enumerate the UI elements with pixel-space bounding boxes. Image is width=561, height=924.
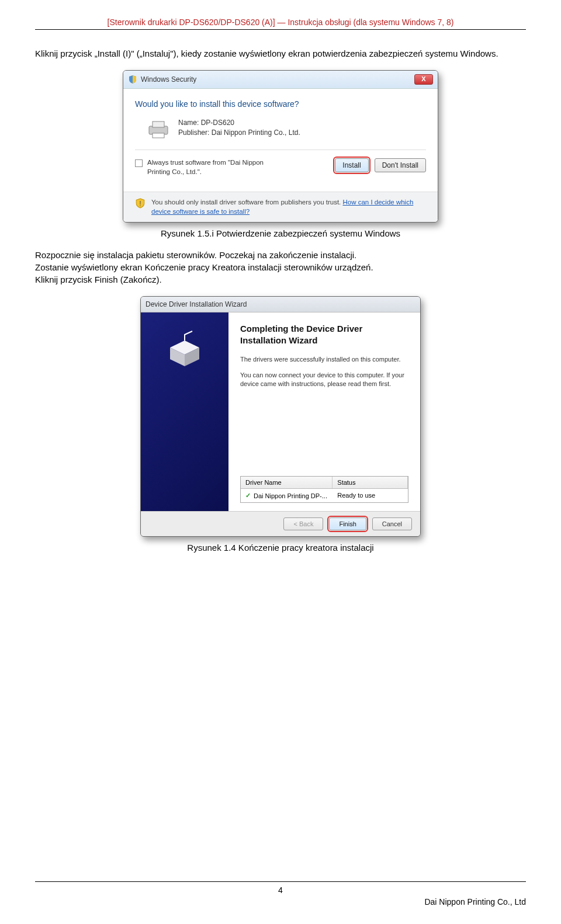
shield-warning-icon: ! <box>135 198 146 209</box>
name-value: DP-DS620 <box>201 119 234 127</box>
printer-icon <box>147 118 170 139</box>
page-number: 4 <box>35 885 526 895</box>
dialog-titlebar: Windows Security X <box>123 71 438 89</box>
screenshot-driver-wizard: Device Driver Installation Wizard Comple… <box>140 296 421 537</box>
always-trust-label: Always trust software from "Dai Nippon P… <box>147 158 282 176</box>
paragraph-1: Kliknij przycisk „Install (I)" („Instalu… <box>35 47 526 60</box>
caption-2: Rysunek 1.4 Kończenie pracy kreatora ins… <box>35 543 526 553</box>
company-name: Dai Nippon Printing Co., Ltd <box>35 897 526 906</box>
table-row: ✓Dai Nippon Printing DP-... Ready to use <box>241 489 408 502</box>
shield-icon <box>128 75 137 84</box>
table-header-status: Status <box>333 477 408 488</box>
wizard-titlebar: Device Driver Installation Wizard <box>141 297 420 312</box>
driver-name-cell: Dai Nippon Printing DP-... <box>254 492 327 499</box>
table-header-driver: Driver Name <box>241 477 333 488</box>
dialog-question: Would you like to install this device so… <box>135 99 426 109</box>
wizard-line-1: The drivers were successfully installed … <box>240 355 408 364</box>
back-button[interactable]: < Back <box>283 517 323 530</box>
svg-text:!: ! <box>139 200 141 208</box>
close-button[interactable]: X <box>414 74 433 85</box>
wizard-sidebar <box>141 312 228 511</box>
wizard-box-icon <box>164 330 205 371</box>
name-label: Name: <box>178 119 199 127</box>
dont-install-button[interactable]: Don't Install <box>375 158 426 172</box>
driver-status-cell: Ready to use <box>333 489 408 502</box>
wizard-line-2: You can now connect your device to this … <box>240 371 408 388</box>
svg-rect-1 <box>153 121 164 127</box>
page-footer: 4 Dai Nippon Printing Co., Ltd <box>35 881 526 906</box>
publisher-value: Dai Nippon Printing Co., Ltd. <box>212 128 300 137</box>
wizard-heading: Completing the Device Driver Installatio… <box>240 323 408 346</box>
check-icon: ✓ <box>245 492 251 499</box>
caption-1: Rysunek 1.5.i Potwierdzenie zabezpieczeń… <box>35 228 526 238</box>
device-info: Name: DP-DS620 Publisher: Dai Nippon Pri… <box>147 118 426 139</box>
cancel-button[interactable]: Cancel <box>372 517 412 530</box>
finish-button[interactable]: Finish <box>329 517 366 530</box>
publisher-label: Publisher: <box>178 128 209 137</box>
install-button[interactable]: Install <box>335 158 368 172</box>
screenshot-windows-security: Windows Security X Would you like to ins… <box>123 70 438 223</box>
footer-warning-text: You should only install driver software … <box>151 199 342 206</box>
dialog-title: Windows Security <box>141 75 411 84</box>
paragraph-2: Rozpocznie się instalacja pakietu sterow… <box>35 249 526 286</box>
driver-table: Driver Name Status ✓Dai Nippon Printing … <box>240 476 408 503</box>
svg-rect-2 <box>153 133 164 138</box>
always-trust-checkbox[interactable] <box>135 159 143 167</box>
page-header: [Sterownik drukarki DP-DS620/DP-DS620 (A… <box>35 18 526 30</box>
